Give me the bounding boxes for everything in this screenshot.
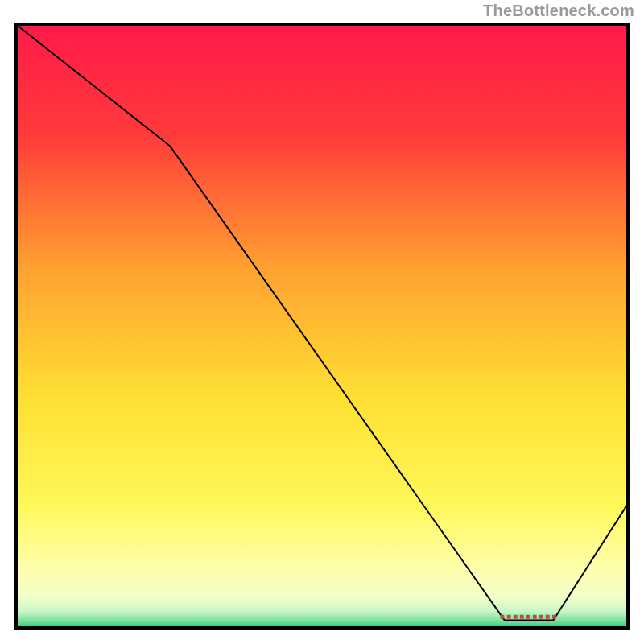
chart-container: ■■■■■■■■■ bbox=[14, 23, 630, 630]
attribution-text: TheBottleneck.com bbox=[483, 2, 634, 20]
gradient-background bbox=[18, 26, 626, 626]
optimum-marker: ■■■■■■■■■ bbox=[500, 612, 558, 621]
bottleneck-line-chart: ■■■■■■■■■ bbox=[14, 23, 630, 630]
